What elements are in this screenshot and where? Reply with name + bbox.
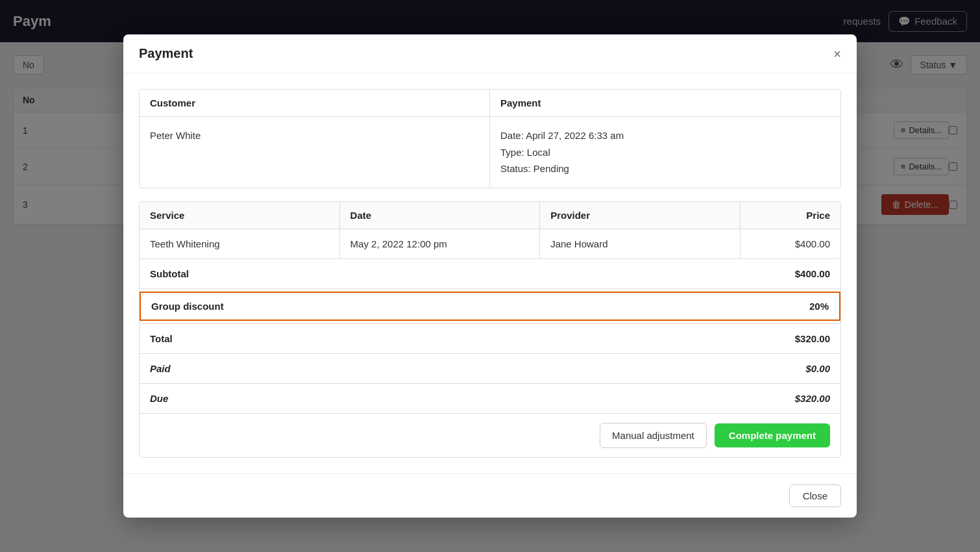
service-data-row: Teeth Whitening May 2, 2022 12:00 pm Jan… [140, 229, 840, 259]
subtotal-value: $400.00 [765, 268, 830, 279]
subtotal-row: Subtotal $400.00 [140, 259, 840, 289]
service-price: $400.00 [741, 229, 840, 258]
service-provider: Jane Howard [540, 229, 741, 258]
provider-header: Provider [540, 202, 741, 229]
modal-overlay: Payment × Customer Payment Peter White D… [0, 0, 980, 552]
customer-header: Customer [140, 90, 490, 116]
modal-close-button[interactable]: × [833, 47, 841, 60]
paid-label: Paid [150, 363, 765, 374]
service-header: Service [140, 202, 340, 229]
due-label: Due [150, 393, 765, 404]
complete-payment-button[interactable]: Complete payment [715, 423, 830, 447]
subtotal-label: Subtotal [150, 268, 765, 279]
total-label: Total [150, 333, 765, 344]
discount-value: 20% [764, 301, 829, 312]
modal-body: Customer Payment Peter White Date: April… [123, 73, 857, 473]
payment-modal: Payment × Customer Payment Peter White D… [123, 34, 857, 518]
services-table: Service Date Provider Price Teeth Whiten… [139, 201, 841, 458]
actions-row: Manual adjustment Complete payment [140, 414, 840, 457]
modal-header: Payment × [123, 34, 857, 73]
discount-row-container: Group discount 20% [140, 289, 840, 324]
due-row: Due $320.00 [140, 384, 840, 414]
manual-adjustment-button[interactable]: Manual adjustment [600, 423, 707, 448]
customer-name: Peter White [140, 117, 490, 188]
discount-label: Group discount [151, 301, 764, 312]
service-date: May 2, 2022 12:00 pm [340, 229, 541, 258]
services-header-row: Service Date Provider Price [140, 202, 840, 229]
info-table-header-row: Customer Payment [140, 90, 840, 117]
info-table: Customer Payment Peter White Date: April… [139, 89, 841, 188]
payment-date: Date: April 27, 2022 6:33 am [500, 127, 830, 144]
payment-type: Type: Local [500, 144, 830, 161]
due-value: $320.00 [765, 393, 830, 404]
payment-header: Payment [490, 90, 840, 116]
date-header: Date [340, 202, 541, 229]
modal-title: Payment [139, 46, 193, 61]
total-value: $320.00 [765, 333, 830, 344]
total-row: Total $320.00 [140, 324, 840, 354]
modal-footer: Close [123, 473, 857, 518]
close-button[interactable]: Close [789, 484, 841, 507]
payment-status: Status: Pending [500, 160, 830, 177]
payment-details: Date: April 27, 2022 6:33 am Type: Local… [490, 117, 840, 188]
price-header: Price [741, 202, 840, 229]
discount-row: Group discount 20% [140, 292, 840, 321]
paid-value: $0.00 [765, 363, 830, 374]
service-name: Teeth Whitening [140, 229, 340, 258]
info-table-data-row: Peter White Date: April 27, 2022 6:33 am… [140, 117, 840, 188]
paid-row: Paid $0.00 [140, 354, 840, 384]
